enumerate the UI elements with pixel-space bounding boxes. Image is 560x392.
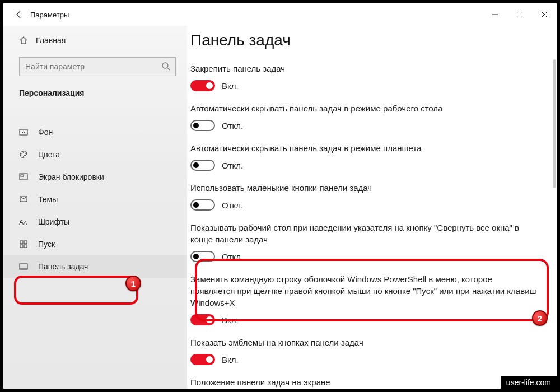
setting-label: Заменить командную строку оболочкой Wind… [190, 273, 538, 309]
lockscreen-icon [19, 172, 28, 181]
page-title: Панель задач [190, 31, 541, 63]
close-button[interactable] [532, 6, 557, 24]
start-icon [19, 240, 28, 249]
setting-taskbar-position: Положение панели задач на экране Внизу ⌵ [190, 376, 538, 389]
setting-item: Закрепить панель задачВкл. [190, 63, 538, 102]
toggle-switch[interactable] [190, 160, 215, 171]
sidebar-item-label: Цвета [38, 150, 60, 159]
svg-rect-11 [21, 175, 24, 176]
titlebar: Параметры [3, 3, 557, 26]
svg-text:A: A [19, 218, 24, 226]
svg-text:A: A [24, 220, 27, 226]
setting-label: Автоматически скрывать панель задач в ре… [190, 102, 538, 114]
sidebar-home[interactable]: Главная [3, 30, 187, 50]
toggle-switch[interactable] [190, 314, 215, 325]
setting-label: Использовать маленькие кнопки панели зад… [190, 182, 538, 194]
sidebar-item-taskbar[interactable]: Панель задач [3, 255, 187, 278]
toggle-state-label: Откл. [222, 161, 243, 170]
svg-point-4 [162, 63, 168, 68]
svg-rect-15 [20, 241, 23, 244]
toggle-switch[interactable] [190, 80, 215, 91]
toggle-state-label: Вкл. [222, 81, 239, 91]
sidebar-item-label: Фон [38, 128, 53, 137]
toggle-state-label: Откл. [222, 121, 243, 130]
setting-label: Показать эмблемы на кнопках панели задач [190, 337, 538, 348]
sidebar: Главная Персонализация Фон [3, 26, 187, 389]
toggle-state-label: Вкл. [222, 355, 239, 365]
search-icon [161, 62, 170, 73]
sidebar-item-label: Экран блокировки [38, 172, 104, 181]
watermark: user-life.com [501, 376, 557, 389]
setting-item: Заменить командную строку оболочкой Wind… [190, 273, 538, 337]
setting-label: Положение панели задач на экране [190, 376, 538, 388]
sidebar-item-colors[interactable]: Цвета [3, 143, 187, 166]
content[interactable]: Панель задач Закрепить панель задачВкл.А… [187, 26, 557, 389]
setting-item: Автоматически скрывать панель задач в ре… [190, 102, 538, 142]
sidebar-item-background[interactable]: Фон [3, 121, 187, 143]
search-input[interactable] [19, 57, 176, 76]
setting-item: Показать эмблемы на кнопках панели задач… [190, 337, 538, 376]
sidebar-item-themes[interactable]: Темы [3, 188, 187, 211]
minimize-button[interactable] [483, 6, 507, 24]
svg-line-5 [167, 68, 170, 70]
svg-rect-18 [24, 245, 27, 248]
sidebar-item-label: Пуск [38, 240, 55, 249]
sidebar-item-label: Шрифты [38, 217, 69, 226]
picture-icon [19, 128, 28, 137]
toggle-state-label: Вкл. [222, 315, 239, 325]
scrollbar[interactable] [553, 59, 556, 188]
setting-item: Автоматически скрывать панель задач в ре… [190, 142, 538, 182]
svg-rect-17 [20, 245, 23, 248]
svg-rect-1 [517, 12, 522, 17]
svg-point-7 [21, 153, 22, 154]
setting-item: Показывать рабочий стол при наведении ук… [190, 222, 538, 273]
sidebar-group-label: Персонализация [3, 85, 187, 105]
setting-item: Использовать маленькие кнопки панели зад… [190, 182, 538, 222]
sidebar-item-start[interactable]: Пуск [3, 233, 187, 255]
toggle-switch[interactable] [190, 354, 215, 365]
sidebar-item-fonts[interactable]: AA Шрифты [3, 211, 187, 233]
sidebar-home-label: Главная [36, 36, 66, 45]
sidebar-item-label: Панель задач [38, 262, 88, 271]
palette-icon [19, 150, 28, 159]
toggle-state-label: Откл. [222, 200, 243, 210]
toggle-switch[interactable] [190, 120, 215, 131]
setting-label: Автоматически скрывать панель задач в ре… [190, 142, 538, 154]
fonts-icon: AA [19, 217, 28, 226]
svg-rect-6 [20, 129, 27, 135]
svg-rect-16 [24, 241, 27, 244]
maximize-button[interactable] [507, 6, 532, 24]
window-title: Параметры [30, 11, 69, 19]
home-icon [19, 36, 28, 45]
toggle-state-label: Откл. [222, 252, 243, 262]
themes-icon [19, 195, 28, 204]
back-button[interactable] [10, 6, 28, 24]
toggle-switch[interactable] [190, 251, 215, 262]
sidebar-item-label: Темы [38, 195, 58, 204]
setting-label: Показывать рабочий стол при наведении ук… [190, 222, 538, 245]
setting-label: Закрепить панель задач [190, 63, 538, 74]
svg-point-8 [23, 152, 24, 153]
sidebar-nav: Фон Цвета Экран блокировки Темы [3, 105, 187, 278]
window-controls [483, 6, 557, 24]
taskbar-icon [19, 262, 28, 271]
svg-point-9 [25, 153, 26, 154]
toggle-switch[interactable] [190, 199, 215, 211]
sidebar-item-lockscreen[interactable]: Экран блокировки [3, 166, 187, 188]
